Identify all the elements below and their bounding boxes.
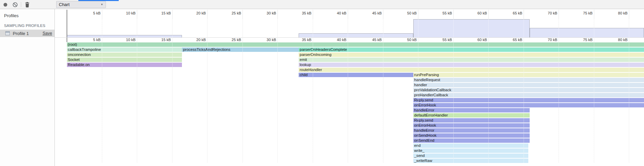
heap-profiler-window: Chart ▼ Profiles SAMPLING PROFILES Profi… — [0, 0, 644, 166]
axis-tick-label: 10 kB — [115, 11, 136, 15]
dotted-gridline — [313, 19, 313, 163]
allocation-chart: 5 kB10 kB15 kB20 kB25 kB30 kB35 kB40 kB4… — [55, 9, 644, 166]
axis-tick-label: 45 kB — [362, 38, 382, 42]
flame-bar-onsendhook[interactable]: onSendHook — [413, 133, 530, 138]
dotted-gridline — [172, 19, 173, 163]
axis-tick-label: 10 kB — [115, 38, 136, 42]
dotted-gridline — [453, 19, 454, 163]
axis-tick-label: 60 kB — [467, 38, 487, 42]
overview-step — [299, 33, 413, 37]
dotted-gridline — [207, 19, 207, 163]
flame-bar-child[interactable]: child — [299, 73, 413, 77]
flame-bar-reply-send[interactable]: Reply.send — [413, 118, 530, 123]
flame-bar-handleerror[interactable]: handleError — [413, 128, 530, 133]
axis-tick-label: 40 kB — [326, 38, 346, 42]
flame-bar-handler[interactable]: handler — [413, 83, 644, 87]
chevron-down-icon: ▼ — [101, 3, 103, 6]
trash-icon[interactable] — [24, 1, 31, 8]
axis-tick-label: 20 kB — [186, 11, 206, 15]
axis-tick-label: 35 kB — [291, 38, 311, 42]
flame-bar-send[interactable]: _send — [413, 154, 529, 158]
sidebar-title: Profiles — [0, 9, 54, 18]
overview-step — [530, 28, 644, 37]
axis-tick-label: 75 kB — [572, 38, 593, 42]
flame-bar-onerrorhook[interactable]: onErrorHook — [413, 123, 530, 128]
chart-view-select[interactable]: Chart ▼ — [56, 1, 106, 8]
axis-tick-label: 25 kB — [221, 11, 241, 15]
flame-bar-onerrorhook[interactable]: onErrorHook — [413, 103, 644, 107]
axis-tick-label: 75 kB — [572, 11, 593, 15]
axis-tick-label: 35 kB — [291, 11, 311, 15]
flame-bar-callbacktrampoline[interactable]: callbackTrampoline — [67, 47, 182, 52]
flame-bar-defaulterrorhandler[interactable]: defaultErrorHandler — [413, 113, 530, 118]
overview-step — [67, 35, 182, 37]
flame-bar-onsendend[interactable]: onSendEnd — [413, 138, 530, 143]
dotted-gridline — [524, 19, 524, 163]
dotted-gridline — [594, 19, 594, 163]
axis-tick-label: 40 kB — [326, 11, 346, 15]
axis-tick-label: 65 kB — [502, 11, 522, 15]
dotted-gridline — [559, 19, 559, 163]
axis-tick-label: 5 kB — [80, 38, 101, 42]
axis-tick-label: 30 kB — [256, 11, 276, 15]
sidebar: Profiles SAMPLING PROFILES Profile 1 Sav… — [0, 9, 55, 166]
flame-bar-prevalidationcallback[interactable]: preValidationCallback — [413, 88, 644, 92]
flame-bar-prehandlercallback[interactable]: preHandlerCallback — [413, 93, 644, 97]
overview-step — [413, 19, 530, 37]
dotted-gridline — [418, 19, 418, 163]
toolbar: Chart ▼ — [0, 0, 644, 9]
flame-bar-root[interactable]: (root) — [67, 42, 644, 47]
flame-bar-processticksandrejections[interactable]: processTicksAndRejections — [182, 47, 299, 52]
dotted-gridline — [383, 19, 383, 163]
flame-bar-emit[interactable]: emit — [299, 58, 644, 62]
axis-tick-label: 30 kB — [256, 38, 276, 42]
flame-bar-end[interactable]: end — [413, 143, 529, 148]
sidebar-item-profile-1[interactable]: Profile 1 Save — [0, 30, 54, 37]
dotted-gridline — [348, 19, 348, 163]
dotted-gridline — [242, 19, 243, 163]
dotted-gridline — [102, 19, 102, 163]
save-profile-link[interactable]: Save — [43, 31, 52, 36]
dotted-gridline — [277, 19, 278, 163]
sampling-profiles-section-label: SAMPLING PROFILES — [0, 18, 54, 30]
axis-tick-label: 70 kB — [537, 11, 557, 15]
flame-bar-writeraw[interactable]: _writeRaw — [413, 159, 529, 163]
axis-tick-label: 15 kB — [151, 38, 171, 42]
flame-bar-runpreparsing[interactable]: runPreParsing — [413, 73, 644, 77]
axis-tick-label: 55 kB — [432, 38, 452, 42]
record-icon[interactable] — [2, 1, 9, 8]
flame-bar-parseronheaderscomplete[interactable]: parserOnHeadersComplete — [299, 47, 644, 52]
profile-name: Profile 1 — [13, 31, 43, 36]
chart-view-select-value: Chart — [59, 2, 70, 7]
axis-tick-label: 5 kB — [80, 11, 101, 15]
axis-tick-label: 60 kB — [467, 11, 487, 15]
flame-bar-parseronincoming[interactable]: parserOnIncoming — [299, 53, 644, 57]
flame-bar-reply-send[interactable]: Reply.send — [413, 98, 644, 102]
axis-tick-label: 15 kB — [151, 11, 171, 15]
toolbar-separator — [21, 2, 21, 7]
axis-tick-label: 80 kB — [607, 11, 628, 15]
axis-tick-label: 70 kB — [537, 38, 557, 42]
profile-table-icon — [5, 31, 10, 35]
flame-bar-handleerror[interactable]: handleError — [413, 108, 530, 112]
flame-chart: (root)callbackTrampolineprocessTicksAndR… — [55, 42, 644, 164]
dotted-gridline — [137, 19, 137, 163]
flame-bar-lookup[interactable]: lookup — [299, 63, 644, 67]
clear-icon[interactable] — [11, 1, 19, 8]
flame-bar-readable-on[interactable]: Readable.on — [67, 63, 182, 67]
flame-bar-routehandler[interactable]: routeHandler — [299, 68, 644, 72]
axis-tick-label: 65 kB — [502, 38, 522, 42]
axis-tick-label: 50 kB — [396, 11, 417, 15]
flame-bar-write[interactable]: write_ — [413, 148, 529, 153]
flame-bar-onconnection[interactable]: onconnection — [67, 53, 182, 57]
dotted-gridline — [488, 19, 489, 163]
axis-tick-label: 80 kB — [607, 38, 628, 42]
dotted-gridline — [629, 19, 629, 163]
flame-bar-handlerequest[interactable]: handleRequest — [413, 78, 644, 82]
axis-tick-label: 50 kB — [396, 38, 417, 42]
axis-tick-label: 20 kB — [186, 38, 206, 42]
axis-tick-label: 55 kB — [432, 11, 452, 15]
flame-bar-socket[interactable]: Socket — [67, 58, 182, 62]
axis-tick-label: 25 kB — [221, 38, 241, 42]
axis-tick-label: 45 kB — [362, 11, 382, 15]
